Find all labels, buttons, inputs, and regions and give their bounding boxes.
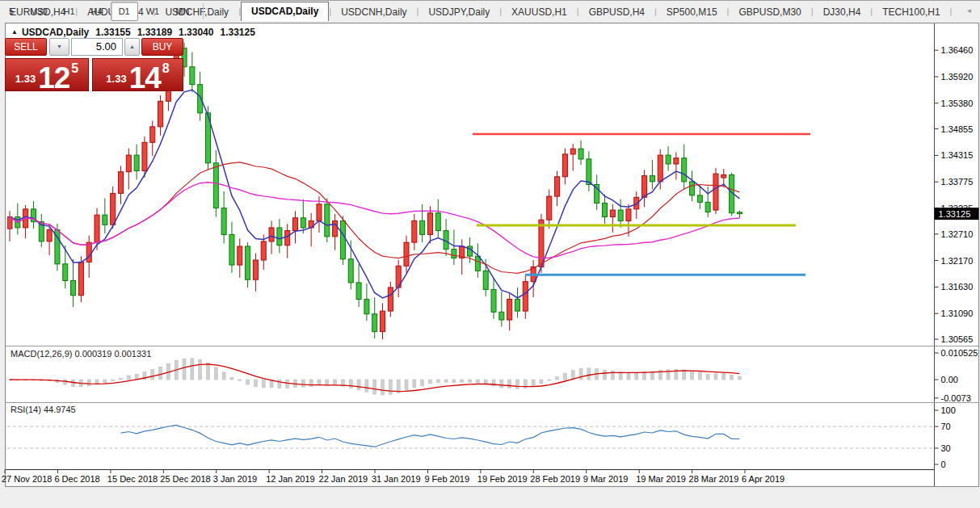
date-axis-label: 6 Apr 2019: [742, 474, 784, 484]
timeframe-button-m30[interactable]: M30: [22, 2, 55, 21]
macd-histogram-bar: [604, 370, 607, 380]
macd-histogram-bar: [207, 363, 210, 380]
rsi-indicator-label: RSI(14) 44.9745: [11, 405, 76, 414]
price-axis-label: 1.32710: [941, 229, 974, 239]
macd-histogram-bar: [286, 380, 289, 388]
macd-histogram-bar: [444, 380, 448, 382]
macd-histogram-bar: [111, 380, 115, 381]
toolbar-divider: [203, 3, 204, 19]
price-axis-label: 1.30565: [941, 334, 974, 344]
candle-bullish: [507, 300, 512, 320]
candle-bearish: [491, 289, 496, 312]
macd-histogram-bar: [540, 380, 543, 384]
macd-histogram-bar: [579, 368, 583, 380]
macd-histogram-bar: [627, 372, 630, 380]
candle-bullish: [333, 220, 338, 236]
timeframe-button-mn[interactable]: MN: [167, 2, 197, 21]
buy-quote-button[interactable]: 1.33 14 8: [92, 58, 183, 91]
candle-bearish: [483, 271, 488, 289]
candle-bullish: [238, 246, 242, 265]
macd-histogram-bar: [469, 380, 472, 382]
macd-histogram-bar: [103, 380, 107, 383]
candle-bearish: [348, 259, 353, 283]
macd-histogram-bar: [214, 367, 217, 380]
candle-bullish: [427, 213, 432, 235]
macd-histogram-bar: [87, 380, 90, 386]
macd-histogram-bar: [349, 380, 352, 388]
candle-bearish: [435, 213, 440, 231]
macd-histogram-bar: [691, 371, 694, 380]
macd-axis-label: -0.0073: [941, 393, 971, 403]
macd-histogram-bar: [191, 359, 194, 380]
macd-histogram-bar: [714, 374, 717, 380]
macd-histogram-bar: [436, 380, 440, 383]
candle-bullish: [158, 101, 163, 127]
macd-histogram-bar: [365, 380, 368, 392]
candle-bullish: [142, 142, 147, 170]
candle-bearish: [301, 218, 305, 228]
buy-button[interactable]: BUY: [141, 38, 183, 56]
volume-increase-button[interactable]: ▲: [124, 38, 140, 56]
macd-axis-label: 0.010525: [941, 348, 978, 358]
macd-histogram-bar: [389, 380, 392, 394]
candle-bearish: [325, 204, 330, 237]
macd-histogram-bar: [722, 373, 726, 380]
macd-histogram-bar: [484, 380, 487, 384]
macd-histogram-bar: [397, 380, 400, 393]
macd-histogram-bar: [683, 370, 686, 380]
macd-histogram-bar: [246, 380, 250, 384]
candle-bullish: [150, 127, 155, 142]
price-axis-label: 1.31630: [941, 282, 974, 292]
price-axis-label: 1.35920: [941, 72, 974, 82]
candle-bearish: [103, 215, 107, 225]
timeframe-button-h1[interactable]: H1: [56, 2, 83, 21]
candle-bullish: [261, 241, 266, 260]
sell-button[interactable]: SELL: [5, 38, 47, 56]
macd-indicator-label: MACD(12,26,9) 0.000319 0.001331: [11, 349, 151, 359]
timeframe-button-w1[interactable]: W1: [138, 2, 168, 21]
sell-quote-button[interactable]: 1.33 12 5: [5, 58, 89, 91]
timeframe-button-d1[interactable]: D1: [111, 2, 138, 21]
candle-bullish: [111, 193, 116, 225]
candle-bearish: [499, 312, 504, 320]
current-price-label: 1.33125: [939, 209, 971, 219]
one-click-trade-panel: SELL ▼ 5.00 ▲ BUY 1.33 12 5 1.33 14 8: [5, 38, 184, 91]
date-axis-label: 6 Dec 2018: [54, 474, 99, 484]
rsi-axis-label: 100: [941, 405, 956, 415]
candle-bullish: [78, 262, 83, 295]
date-axis-label: 27 Nov 2018: [2, 474, 52, 484]
sell-price-pips: 12: [38, 66, 69, 90]
candle-bullish: [642, 176, 647, 198]
candle-bearish: [666, 155, 671, 164]
candle-bullish: [293, 218, 298, 231]
candle-bearish: [420, 220, 425, 234]
candle-bullish: [269, 228, 274, 241]
volume-input[interactable]: 5.00: [71, 38, 123, 56]
ohlc-open: 1.33155: [95, 27, 130, 38]
candle-bearish: [277, 228, 282, 246]
candle-bearish: [190, 67, 195, 85]
buy-price-pips: 14: [129, 66, 161, 90]
timeframe-button-h4[interactable]: H4: [83, 2, 111, 21]
date-axis-label: 15 Dec 2018: [107, 474, 158, 484]
candle-bullish: [626, 209, 631, 221]
candle-bullish: [539, 220, 544, 267]
timeframe-button-5[interactable]: 5: [1, 2, 22, 21]
buy-price-base: 1.33: [106, 73, 126, 85]
ohlc-close: 1.33125: [220, 27, 254, 38]
candle-bearish: [690, 182, 695, 195]
candle-bearish: [134, 155, 139, 170]
macd-histogram-bar: [357, 380, 360, 390]
candle-bullish: [547, 196, 552, 220]
macd-histogram-bar: [515, 380, 519, 388]
candle-bearish: [705, 202, 710, 212]
candle-bullish: [562, 154, 567, 177]
candle-bearish: [221, 208, 226, 235]
macd-histogram-bar: [222, 372, 225, 380]
date-axis-label: 9 Mar 2019: [583, 474, 629, 484]
volume-decrease-button[interactable]: ▼: [49, 38, 69, 56]
ohlc-high: 1.33189: [137, 27, 172, 38]
candle-bearish: [697, 195, 702, 202]
macd-histogram-bar: [262, 380, 265, 388]
macd-histogram-bar: [159, 367, 162, 380]
